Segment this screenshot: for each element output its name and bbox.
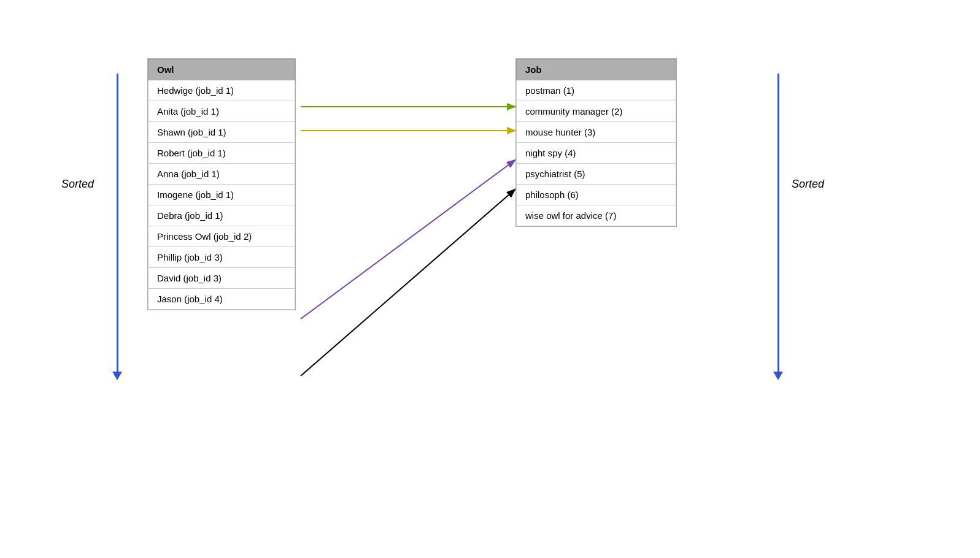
owl-table-cell: David (job_id 3)	[149, 268, 295, 289]
owl-table-row: Jason (job_id 4)	[149, 289, 295, 310]
arrow-phillip-mousehunter	[301, 190, 514, 376]
job-table-cell: community manager (2)	[517, 101, 676, 122]
owl-table-cell: Debra (job_id 1)	[149, 205, 295, 226]
owl-table-cell: Phillip (job_id 3)	[149, 247, 295, 268]
left-blue-arrow	[112, 74, 122, 380]
job-table: Job postman (1)community manager (2)mous…	[515, 58, 677, 227]
owl-table-row: Imogene (job_id 1)	[149, 185, 295, 205]
owl-table-row: Princess Owl (job_id 2)	[149, 226, 295, 247]
diagram-container: Owl Hedwige (job_id 1)Anita (job_id 1)Sh…	[0, 0, 980, 558]
owl-table-row: Anita (job_id 1)	[149, 101, 295, 122]
owl-table-row: Anna (job_id 1)	[149, 164, 295, 185]
owl-table-cell: Imogene (job_id 1)	[149, 185, 295, 205]
owl-table-cell: Princess Owl (job_id 2)	[149, 226, 295, 247]
job-table-cell: postman (1)	[517, 80, 676, 101]
job-table-row: night spy (4)	[517, 143, 676, 164]
job-table-row: philosoph (6)	[517, 185, 676, 205]
owl-table-row: David (job_id 3)	[149, 268, 295, 289]
job-table-cell: psychiatrist (5)	[517, 164, 676, 185]
job-table-row: wise owl for advice (7)	[517, 205, 676, 226]
owl-table-row: Phillip (job_id 3)	[149, 247, 295, 268]
owl-table-row: Robert (job_id 1)	[149, 143, 295, 164]
left-sorted-label: Sorted	[61, 178, 94, 191]
owl-table-header: Owl	[149, 59, 295, 80]
job-table-row: mouse hunter (3)	[517, 122, 676, 143]
job-table-row: community manager (2)	[517, 101, 676, 122]
job-table-row: postman (1)	[517, 80, 676, 101]
owl-table-row: Debra (job_id 1)	[149, 205, 295, 226]
job-table-cell: mouse hunter (3)	[517, 122, 676, 143]
owl-table-row: Hedwige (job_id 1)	[149, 80, 295, 101]
job-table-cell: wise owl for advice (7)	[517, 205, 676, 226]
job-table-header: Job	[517, 59, 676, 80]
owl-table-row: Shawn (job_id 1)	[149, 122, 295, 143]
owl-table-cell: Hedwige (job_id 1)	[149, 80, 295, 101]
owl-table-cell: Shawn (job_id 1)	[149, 122, 295, 143]
owl-table-cell: Robert (job_id 1)	[149, 143, 295, 164]
right-blue-arrow	[773, 74, 783, 380]
arrow-princess-community	[301, 161, 514, 319]
owl-table-cell: Jason (job_id 4)	[149, 289, 295, 310]
owl-table-cell: Anna (job_id 1)	[149, 164, 295, 185]
owl-table: Owl Hedwige (job_id 1)Anita (job_id 1)Sh…	[147, 58, 296, 310]
owl-table-cell: Anita (job_id 1)	[149, 101, 295, 122]
job-table-row: psychiatrist (5)	[517, 164, 676, 185]
right-sorted-label: Sorted	[792, 178, 824, 191]
job-table-cell: philosoph (6)	[517, 185, 676, 205]
job-table-cell: night spy (4)	[517, 143, 676, 164]
